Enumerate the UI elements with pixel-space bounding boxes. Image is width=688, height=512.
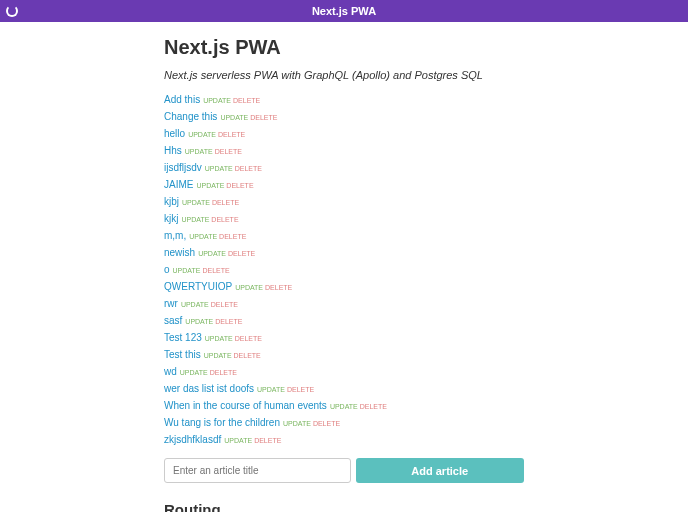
article-row: helloUPDATEDELETE (164, 125, 524, 142)
delete-action[interactable]: DELETE (212, 199, 239, 206)
delete-action[interactable]: DELETE (215, 318, 242, 325)
update-action[interactable]: UPDATE (182, 199, 210, 206)
article-row: Add thisUPDATEDELETE (164, 91, 524, 108)
article-link[interactable]: ijsdfljsdv (164, 162, 202, 173)
update-action[interactable]: UPDATE (198, 250, 226, 257)
app-header: Next.js PWA (0, 0, 688, 22)
article-link[interactable]: sasf (164, 315, 182, 326)
update-action[interactable]: UPDATE (181, 301, 209, 308)
article-row: m,m,UPDATEDELETE (164, 227, 524, 244)
update-action[interactable]: UPDATE (181, 216, 209, 223)
article-row: kjkjUPDATEDELETE (164, 210, 524, 227)
delete-action[interactable]: DELETE (234, 352, 261, 359)
header-title: Next.js PWA (312, 5, 376, 17)
delete-action[interactable]: DELETE (218, 131, 245, 138)
article-row: newishUPDATEDELETE (164, 244, 524, 261)
article-link[interactable]: zkjsdhfklasdf (164, 434, 221, 445)
delete-action[interactable]: DELETE (235, 165, 262, 172)
delete-action[interactable]: DELETE (202, 267, 229, 274)
article-link[interactable]: kjkj (164, 213, 178, 224)
delete-action[interactable]: DELETE (226, 182, 253, 189)
article-row: Test thisUPDATEDELETE (164, 346, 524, 363)
add-article-button[interactable]: Add article (356, 458, 525, 483)
routing-heading: Routing (164, 501, 524, 512)
delete-action[interactable]: DELETE (228, 250, 255, 257)
article-row: kjbjUPDATEDELETE (164, 193, 524, 210)
delete-action[interactable]: DELETE (219, 233, 246, 240)
delete-action[interactable]: DELETE (254, 437, 281, 444)
article-title-input[interactable] (164, 458, 351, 483)
article-link[interactable]: m,m, (164, 230, 186, 241)
update-action[interactable]: UPDATE (185, 318, 213, 325)
update-action[interactable]: UPDATE (188, 131, 216, 138)
article-link[interactable]: QWERTYUIOP (164, 281, 232, 292)
page-subtitle: Next.js serverless PWA with GraphQL (Apo… (164, 69, 524, 81)
delete-action[interactable]: DELETE (360, 403, 387, 410)
update-action[interactable]: UPDATE (205, 165, 233, 172)
article-link[interactable]: o (164, 264, 170, 275)
update-action[interactable]: UPDATE (196, 182, 224, 189)
update-action[interactable]: UPDATE (203, 97, 231, 104)
update-action[interactable]: UPDATE (204, 352, 232, 359)
article-link[interactable]: Add this (164, 94, 200, 105)
update-action[interactable]: UPDATE (180, 369, 208, 376)
delete-action[interactable]: DELETE (233, 97, 260, 104)
update-action[interactable]: UPDATE (173, 267, 201, 274)
article-link[interactable]: Hhs (164, 145, 182, 156)
update-action[interactable]: UPDATE (224, 437, 252, 444)
article-row: wdUPDATEDELETE (164, 363, 524, 380)
article-row: sasfUPDATEDELETE (164, 312, 524, 329)
article-link[interactable]: Test 123 (164, 332, 202, 343)
article-link[interactable]: Change this (164, 111, 217, 122)
delete-action[interactable]: DELETE (287, 386, 314, 393)
article-link[interactable]: JAIME (164, 179, 193, 190)
article-row: ijsdfljsdvUPDATEDELETE (164, 159, 524, 176)
article-link[interactable]: kjbj (164, 196, 179, 207)
article-row: QWERTYUIOPUPDATEDELETE (164, 278, 524, 295)
loading-spinner-icon (6, 5, 18, 17)
delete-action[interactable]: DELETE (235, 335, 262, 342)
article-link[interactable]: newish (164, 247, 195, 258)
article-row: Test 123UPDATEDELETE (164, 329, 524, 346)
article-row: When in the course of human eventsUPDATE… (164, 397, 524, 414)
article-link[interactable]: Test this (164, 349, 201, 360)
article-row: zkjsdhfklasdfUPDATEDELETE (164, 431, 524, 448)
add-article-form: Add article (164, 458, 524, 483)
update-action[interactable]: UPDATE (189, 233, 217, 240)
article-row: HhsUPDATEDELETE (164, 142, 524, 159)
article-row: JAIMEUPDATEDELETE (164, 176, 524, 193)
article-link[interactable]: rwr (164, 298, 178, 309)
article-list: Add thisUPDATEDELETEChange thisUPDATEDEL… (164, 91, 524, 448)
article-link[interactable]: Wu tang is for the children (164, 417, 280, 428)
update-action[interactable]: UPDATE (257, 386, 285, 393)
delete-action[interactable]: DELETE (211, 216, 238, 223)
delete-action[interactable]: DELETE (211, 301, 238, 308)
article-row: rwrUPDATEDELETE (164, 295, 524, 312)
article-link[interactable]: wd (164, 366, 177, 377)
delete-action[interactable]: DELETE (210, 369, 237, 376)
article-link[interactable]: wer das list ist doofs (164, 383, 254, 394)
update-action[interactable]: UPDATE (330, 403, 358, 410)
delete-action[interactable]: DELETE (250, 114, 277, 121)
delete-action[interactable]: DELETE (265, 284, 292, 291)
update-action[interactable]: UPDATE (235, 284, 263, 291)
article-link[interactable]: When in the course of human events (164, 400, 327, 411)
article-row: Change thisUPDATEDELETE (164, 108, 524, 125)
article-row: oUPDATEDELETE (164, 261, 524, 278)
update-action[interactable]: UPDATE (185, 148, 213, 155)
delete-action[interactable]: DELETE (215, 148, 242, 155)
page-title: Next.js PWA (164, 36, 524, 59)
delete-action[interactable]: DELETE (313, 420, 340, 427)
article-row: Wu tang is for the childrenUPDATEDELETE (164, 414, 524, 431)
article-row: wer das list ist doofsUPDATEDELETE (164, 380, 524, 397)
update-action[interactable]: UPDATE (220, 114, 248, 121)
article-link[interactable]: hello (164, 128, 185, 139)
main-content: Next.js PWA Next.js serverless PWA with … (164, 22, 524, 512)
update-action[interactable]: UPDATE (283, 420, 311, 427)
update-action[interactable]: UPDATE (205, 335, 233, 342)
